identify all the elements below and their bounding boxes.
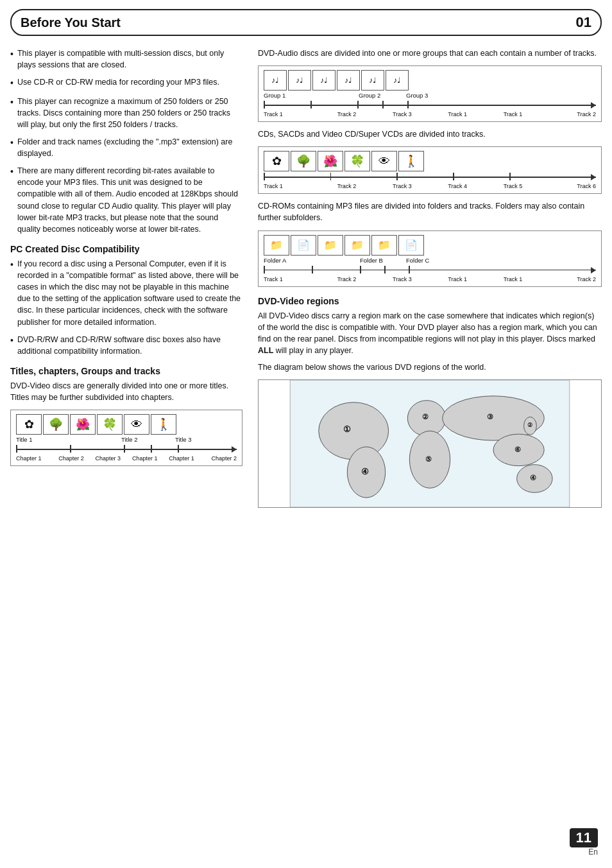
icon-4: 🍀 [97,414,123,435]
da-tick-2 [357,101,359,108]
svg-text:④: ④ [530,474,536,482]
pc-bullet-item: DVD-R/RW and CD-R/RW software disc boxes… [10,334,242,357]
group-label-2: Group 2 [359,92,380,99]
cd-tick-2 [396,173,398,180]
main-content: This player is compatible with multi-ses… [10,48,602,508]
title-labels-row: Title 1 Title 2 Title 3 [16,436,237,445]
title-icons-row: ✿ 🌳 🌺 🍀 👁 🚶 [16,414,237,435]
cdrom-arrow [264,266,596,275]
cdrom-icons: 📁 📄 📁 📁 📁 📄 [264,235,596,256]
cd-text: CDs, SACDs and Video CD/Super VCDs are d… [258,128,602,140]
cdrom-track-4: Track 1 [430,276,485,282]
dvd-audio-arrow [264,101,596,110]
chapter-6: Chapter 2 [200,455,237,462]
page-language: En [570,847,598,856]
world-map-diagram: ① ④ ② ⑤ ③ ⑥ ④ ② [258,379,602,508]
title-arrow-head [232,446,237,453]
icon-5: 👁 [124,414,149,435]
cd-tick-0 [264,173,265,180]
dvd-regions-heading: DVD-Video regions [258,296,602,306]
cdrom-icon-3: 📁 [318,235,343,256]
svg-text:⑤: ⑤ [425,455,432,463]
icon-1: ✿ [16,414,42,435]
dvd-audio-text: DVD-Audio discs are divided into one or … [258,48,602,59]
da-track-5: Track 1 [485,111,540,117]
cd-tick-3 [453,173,454,180]
da-icon-3: ♪♩ [312,70,336,91]
bullet-item: This player can recognize a maximum of 2… [10,96,242,130]
svg-text:②: ② [422,413,429,421]
dvd-regions-para-2: The diagram below shows the various DVD … [258,361,602,373]
page-header: Before You Start 01 [10,9,602,36]
icon-2: 🌳 [43,414,69,435]
tick-3 [151,445,152,453]
cd-tick-1 [330,173,332,180]
cd-tick-4 [509,173,511,180]
cdrom-tick-2 [360,266,361,273]
cd-track-6: Track 6 [541,183,596,189]
dvd-regions-para-1: All DVD-Video discs carry a region mark … [258,310,602,357]
cd-diagram: ✿ 🌳 🌺 🍀 👁 🚶 Track 1 Track 2 Track 3 [258,146,602,194]
folder-labels-row: Folder A Folder B Folder C [264,257,596,266]
bullet-item: There are many different recording bit-r… [10,165,242,235]
cdrom-track-labels: Track 1 Track 2 Track 3 Track 1 Track 1 … [264,276,596,282]
titles-heading: Titles, chapters, Groups and tracks [10,366,242,376]
cdrom-text: CD-ROMs containing MP3 files are divided… [258,200,602,223]
page-number-block: 11 En [570,828,598,856]
da-icon-5: ♪♩ [361,70,384,91]
cdrom-track-2: Track 2 [319,276,374,282]
cd-track-2: Track 2 [319,183,374,189]
cdrom-icon-4: 📁 [344,235,370,256]
cd-icon-3: 🌺 [318,151,343,171]
group-label-3: Group 3 [406,92,428,99]
tick-2 [124,445,125,453]
main-bullet-list: This player is compatible with multi-ses… [10,48,242,235]
da-icon-2: ♪♩ [288,70,311,91]
svg-text:⑥: ⑥ [514,446,521,453]
cd-track-1: Track 1 [264,183,319,189]
da-icon-1: ♪♩ [264,70,287,91]
left-column: This player is compatible with multi-ses… [10,48,254,508]
da-tick-3 [382,101,384,108]
cd-icons: ✿ 🌳 🌺 🍀 👁 🚶 [264,151,596,171]
da-arrow-line [264,105,596,106]
cd-track-3: Track 3 [375,183,430,189]
all-bold: ALL [258,346,273,355]
da-tick-0 [264,101,265,108]
pc-bullet-item: If you record a disc using a Personal Co… [10,258,242,328]
folder-label-a: Folder A [264,257,286,264]
cd-track-4: Track 4 [430,183,485,189]
da-icon-6: ♪♩ [386,70,409,91]
pc-bullet-list: If you record a disc using a Personal Co… [10,258,242,357]
da-track-6: Track 2 [541,111,596,117]
dvd-audio-icons: ♪♩ ♪♩ ♪♩ ♪♩ ♪♩ ♪♩ [264,70,596,91]
page-number: 11 [570,828,598,847]
cdrom-tick-4 [409,266,410,273]
titles-diagram: ✿ 🌳 🌺 🍀 👁 🚶 Title 1 Title 2 Title 3 [10,410,242,466]
cd-arrow [264,173,596,182]
titles-text: DVD-Video discs are generally divided in… [10,380,242,403]
cd-icon-1: ✿ [264,151,289,171]
title-arrow-line [16,449,237,450]
cdrom-track-6: Track 2 [541,276,596,282]
svg-text:②: ② [527,422,532,428]
cd-arrow-head [591,174,596,180]
cdrom-icon-2: 📄 [291,235,316,256]
cdrom-tick-0 [264,266,265,273]
chapter-5: Chapter 1 [163,455,200,462]
group-labels-row: Group 1 Group 2 Group 3 [264,92,596,101]
da-track-1: Track 1 [264,111,319,117]
da-track-3: Track 3 [375,111,430,117]
svg-text:③: ③ [487,413,493,421]
chapter-1: Chapter 1 [16,455,53,462]
cdrom-tick-3 [384,266,386,273]
cdrom-track-1: Track 1 [264,276,319,282]
chapter-3: Chapter 3 [90,455,126,462]
cdrom-icon-1: 📁 [264,235,289,256]
tick-0 [16,445,17,453]
dvd-regions-section: DVD-Video regions All DVD-Video discs ca… [258,296,602,508]
world-map-svg: ① ④ ② ⑤ ③ ⑥ ④ ② [259,380,601,507]
da-tick-1 [310,101,312,108]
bullet-item: This player is compatible with multi-ses… [10,48,242,71]
da-arrow-head [591,102,596,108]
